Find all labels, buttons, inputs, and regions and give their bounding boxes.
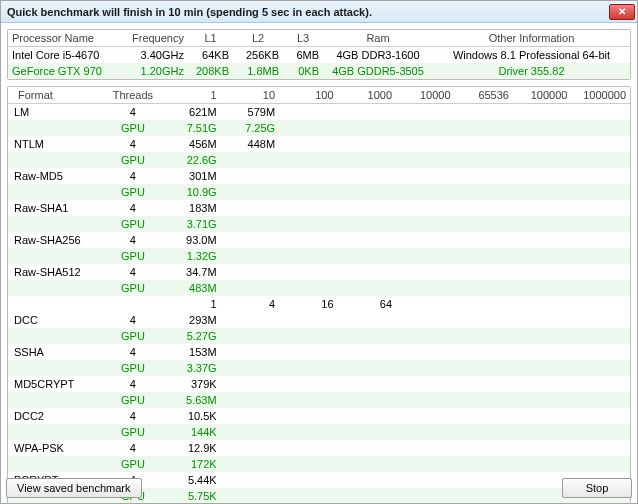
- bench-header[interactable]: 1000000: [571, 87, 630, 104]
- table-row: GPU7.51G7.25G: [8, 120, 630, 136]
- table-cell: [396, 120, 454, 136]
- table-cell: [8, 296, 104, 312]
- table-row: GPU1.32G: [8, 248, 630, 264]
- table-cell: [396, 424, 454, 440]
- table-cell: [338, 200, 396, 216]
- table-row: GPU483M: [8, 280, 630, 296]
- table-row: DCC2410.5K: [8, 408, 630, 424]
- table-cell: WPA-PSK: [8, 440, 104, 456]
- table-cell: 4: [104, 104, 162, 121]
- table-cell: 144K: [162, 424, 220, 440]
- table-cell: GPU: [104, 216, 162, 232]
- table-cell: [279, 104, 337, 121]
- stop-button[interactable]: Stop: [562, 478, 632, 498]
- table-cell: [221, 248, 279, 264]
- table-cell: [279, 168, 337, 184]
- table-cell: [513, 200, 571, 216]
- close-button[interactable]: ✕: [609, 4, 635, 20]
- table-cell: 579M: [221, 104, 279, 121]
- table-cell: [455, 456, 513, 472]
- table-row: DCC4293M: [8, 312, 630, 328]
- table-cell: [338, 456, 396, 472]
- table-cell: [513, 216, 571, 232]
- table-cell: [221, 328, 279, 344]
- table-cell: [571, 328, 630, 344]
- table-cell: [455, 424, 513, 440]
- table-cell: 621M: [162, 104, 220, 121]
- bench-header[interactable]: 1000: [338, 87, 396, 104]
- table-cell: [8, 392, 104, 408]
- view-saved-benchmark-button[interactable]: View saved benchmark: [6, 478, 142, 498]
- table-cell: [455, 216, 513, 232]
- table-cell: [455, 136, 513, 152]
- table-cell: 1.32G: [162, 248, 220, 264]
- table-cell: [338, 424, 396, 440]
- table-cell: [396, 440, 454, 456]
- table-cell: [396, 232, 454, 248]
- table-cell: GPU: [104, 328, 162, 344]
- table-cell: [571, 296, 630, 312]
- table-cell: 448M: [221, 136, 279, 152]
- table-row: GPU5.63M: [8, 392, 630, 408]
- table-cell: GPU: [104, 120, 162, 136]
- table-cell: [513, 104, 571, 121]
- table-cell: 4: [221, 296, 279, 312]
- table-cell: [455, 120, 513, 136]
- table-cell: [396, 200, 454, 216]
- bench-header[interactable]: 1: [162, 87, 220, 104]
- table-cell: [221, 376, 279, 392]
- table-cell: [338, 136, 396, 152]
- table-row: GPU22.6G: [8, 152, 630, 168]
- bench-header[interactable]: 100: [279, 87, 337, 104]
- table-row: GPU5.27G: [8, 328, 630, 344]
- sysinfo-header: Ram: [323, 30, 433, 47]
- table-cell: [571, 232, 630, 248]
- table-cell: [338, 248, 396, 264]
- sysinfo-header: L1: [188, 30, 233, 47]
- table-cell: 483M: [162, 280, 220, 296]
- bench-header[interactable]: 100000: [513, 87, 571, 104]
- table-row: GPU3.71G: [8, 216, 630, 232]
- table-cell: [338, 344, 396, 360]
- table-cell: 4: [104, 408, 162, 424]
- table-cell: 172K: [162, 456, 220, 472]
- table-cell: [279, 264, 337, 280]
- table-cell: GPU: [104, 392, 162, 408]
- table-cell: [396, 280, 454, 296]
- bench-header[interactable]: 10000: [396, 87, 454, 104]
- table-cell: GPU: [104, 152, 162, 168]
- table-row: Raw-SHA512434.7M: [8, 264, 630, 280]
- table-cell: [513, 424, 571, 440]
- table-cell: [455, 168, 513, 184]
- table-cell: [513, 440, 571, 456]
- table-cell: 4: [104, 264, 162, 280]
- table-cell: GPU: [104, 184, 162, 200]
- table-cell: [396, 376, 454, 392]
- table-cell: [338, 120, 396, 136]
- table-cell: [221, 216, 279, 232]
- table-cell: [513, 264, 571, 280]
- table-cell: [221, 344, 279, 360]
- table-cell: 4: [104, 440, 162, 456]
- table-cell: [338, 280, 396, 296]
- table-cell: [279, 360, 337, 376]
- table-cell: [8, 184, 104, 200]
- table-cell: [455, 264, 513, 280]
- bench-header[interactable]: Format: [8, 87, 104, 104]
- bench-header[interactable]: 65536: [455, 87, 513, 104]
- table-cell: [571, 184, 630, 200]
- bench-header[interactable]: 10: [221, 87, 279, 104]
- table-cell: [338, 328, 396, 344]
- bench-header[interactable]: Threads: [104, 87, 162, 104]
- table-row: GPU10.9G: [8, 184, 630, 200]
- table-cell: [338, 216, 396, 232]
- table-cell: [455, 328, 513, 344]
- table-cell: [338, 440, 396, 456]
- table-cell: [455, 360, 513, 376]
- table-cell: [396, 216, 454, 232]
- table-cell: [455, 184, 513, 200]
- table-cell: [571, 104, 630, 121]
- table-cell: [221, 392, 279, 408]
- table-cell: [279, 344, 337, 360]
- sysinfo-cell: 256KB: [233, 47, 283, 64]
